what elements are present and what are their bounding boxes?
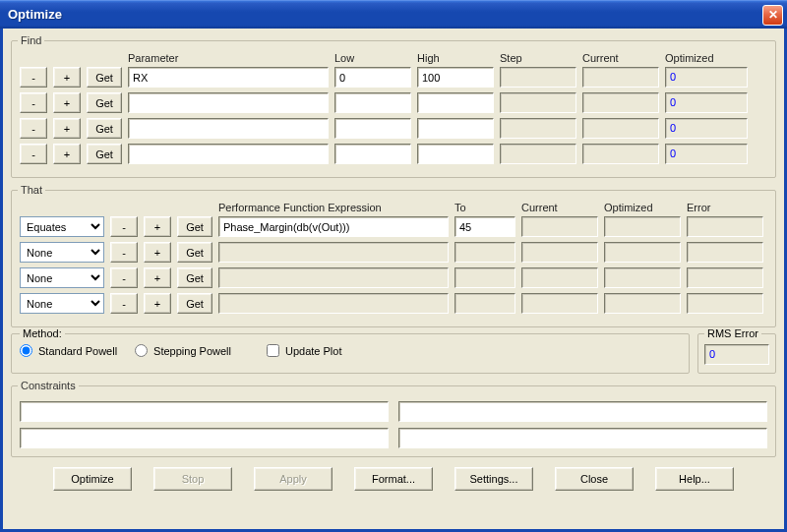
find-step-readout bbox=[500, 67, 576, 88]
find-low-input[interactable] bbox=[334, 118, 411, 139]
that-error-readout bbox=[687, 267, 763, 288]
find-optimized-readout: 0 bbox=[665, 67, 748, 88]
title-bar: Optimize ✕ bbox=[0, 0, 787, 29]
checkbox-update-plot-label: Update Plot bbox=[285, 345, 341, 357]
find-low-input[interactable] bbox=[334, 67, 411, 88]
constraint-input[interactable] bbox=[398, 428, 767, 448]
rms-error-group: RMS Error 0 bbox=[697, 333, 776, 374]
radio-standard-powell[interactable]: Standard Powell bbox=[20, 344, 117, 357]
that-to-input bbox=[454, 267, 515, 288]
that-hdr-expr: Performance Function Expression bbox=[218, 202, 449, 213]
find-current-readout bbox=[582, 67, 659, 88]
find-parameter-input[interactable] bbox=[128, 92, 329, 113]
that-plus-button[interactable]: + bbox=[144, 242, 171, 263]
find-parameter-input[interactable] bbox=[128, 144, 329, 164]
stop-button[interactable]: Stop bbox=[153, 467, 232, 491]
find-get-button[interactable]: Get bbox=[87, 144, 122, 164]
find-step-readout bbox=[500, 144, 576, 164]
that-error-readout bbox=[687, 242, 763, 263]
find-high-input[interactable] bbox=[417, 67, 494, 88]
apply-button[interactable]: Apply bbox=[254, 467, 333, 491]
find-legend: Find bbox=[18, 34, 44, 46]
find-hdr-parameter: Parameter bbox=[128, 52, 329, 64]
that-plus-button[interactable]: + bbox=[144, 293, 171, 314]
find-current-readout bbox=[582, 92, 659, 113]
radio-stepping-powell-input[interactable] bbox=[135, 344, 148, 357]
that-mode-select[interactable]: EquatesNone bbox=[20, 216, 104, 237]
find-plus-button[interactable]: + bbox=[53, 67, 81, 88]
that-to-input[interactable] bbox=[454, 216, 515, 237]
settings-button[interactable]: Settings... bbox=[454, 467, 533, 491]
help-button[interactable]: Help... bbox=[655, 467, 734, 491]
that-get-button[interactable]: Get bbox=[177, 293, 212, 314]
find-get-button[interactable]: Get bbox=[87, 67, 122, 88]
find-high-input[interactable] bbox=[417, 118, 494, 139]
rms-legend: RMS Error bbox=[704, 327, 761, 339]
find-minus-button[interactable]: - bbox=[20, 67, 47, 88]
that-hdr-to: To bbox=[454, 202, 515, 213]
that-error-readout bbox=[687, 293, 763, 314]
that-mode-select[interactable]: EquatesNone bbox=[20, 267, 104, 288]
find-parameter-input[interactable] bbox=[128, 118, 329, 139]
that-minus-button[interactable]: - bbox=[110, 216, 138, 237]
find-low-input[interactable] bbox=[334, 92, 411, 113]
find-plus-button[interactable]: + bbox=[53, 118, 81, 139]
that-optimized-readout bbox=[604, 216, 681, 237]
that-to-input bbox=[454, 293, 515, 314]
that-minus-button[interactable]: - bbox=[110, 293, 138, 314]
that-get-button[interactable]: Get bbox=[177, 216, 212, 237]
constraints-group: Constraints bbox=[11, 380, 776, 457]
that-to-input bbox=[454, 242, 515, 263]
find-minus-button[interactable]: - bbox=[20, 144, 47, 164]
that-optimized-readout bbox=[604, 267, 681, 288]
optimize-button[interactable]: Optimize bbox=[53, 467, 132, 491]
that-minus-button[interactable]: - bbox=[110, 242, 138, 263]
checkbox-update-plot-input[interactable] bbox=[267, 344, 279, 357]
close-button[interactable]: Close bbox=[555, 467, 634, 491]
find-hdr-optimized: Optimized bbox=[665, 52, 748, 64]
find-plus-button[interactable]: + bbox=[53, 92, 81, 113]
rms-error-readout: 0 bbox=[704, 344, 769, 365]
radio-standard-powell-input[interactable] bbox=[20, 344, 32, 357]
that-hdr-current: Current bbox=[521, 202, 598, 213]
that-group: That Performance Function Expression To … bbox=[11, 184, 776, 327]
format-button[interactable]: Format... bbox=[354, 467, 433, 491]
radio-stepping-powell-label: Stepping Powell bbox=[153, 345, 231, 357]
find-optimized-readout: 0 bbox=[665, 144, 748, 164]
that-legend: That bbox=[18, 184, 45, 196]
find-low-input[interactable] bbox=[334, 144, 411, 164]
that-mode-select[interactable]: EquatesNone bbox=[20, 242, 104, 263]
that-get-button[interactable]: Get bbox=[177, 242, 212, 263]
that-plus-button[interactable]: + bbox=[144, 216, 171, 237]
find-parameter-input[interactable] bbox=[128, 67, 329, 88]
find-get-button[interactable]: Get bbox=[87, 92, 122, 113]
radio-stepping-powell[interactable]: Stepping Powell bbox=[135, 344, 231, 357]
close-icon[interactable]: ✕ bbox=[762, 5, 783, 26]
find-step-readout bbox=[500, 118, 576, 139]
find-get-button[interactable]: Get bbox=[87, 118, 122, 139]
method-legend: Method: bbox=[20, 327, 65, 339]
checkbox-update-plot[interactable]: Update Plot bbox=[267, 344, 341, 357]
find-high-input[interactable] bbox=[417, 144, 494, 164]
that-expr-input bbox=[218, 293, 449, 314]
radio-standard-powell-label: Standard Powell bbox=[38, 345, 117, 357]
that-minus-button[interactable]: - bbox=[110, 267, 138, 288]
find-minus-button[interactable]: - bbox=[20, 118, 47, 139]
find-high-input[interactable] bbox=[417, 92, 494, 113]
find-current-readout bbox=[582, 118, 659, 139]
constraints-legend: Constraints bbox=[18, 380, 79, 391]
that-expr-input[interactable] bbox=[218, 216, 449, 237]
that-mode-select[interactable]: EquatesNone bbox=[20, 293, 104, 314]
find-minus-button[interactable]: - bbox=[20, 92, 47, 113]
find-optimized-readout: 0 bbox=[665, 118, 748, 139]
constraint-input[interactable] bbox=[20, 401, 389, 422]
that-optimized-readout bbox=[604, 242, 681, 263]
find-optimized-readout: 0 bbox=[665, 92, 748, 113]
constraint-input[interactable] bbox=[20, 428, 389, 448]
dialog-body: Find Parameter Low High Step Current Opt… bbox=[0, 29, 787, 532]
constraint-input[interactable] bbox=[398, 401, 767, 422]
find-plus-button[interactable]: + bbox=[53, 144, 81, 164]
that-get-button[interactable]: Get bbox=[177, 267, 212, 288]
find-hdr-step: Step bbox=[500, 52, 576, 64]
that-plus-button[interactable]: + bbox=[144, 267, 171, 288]
